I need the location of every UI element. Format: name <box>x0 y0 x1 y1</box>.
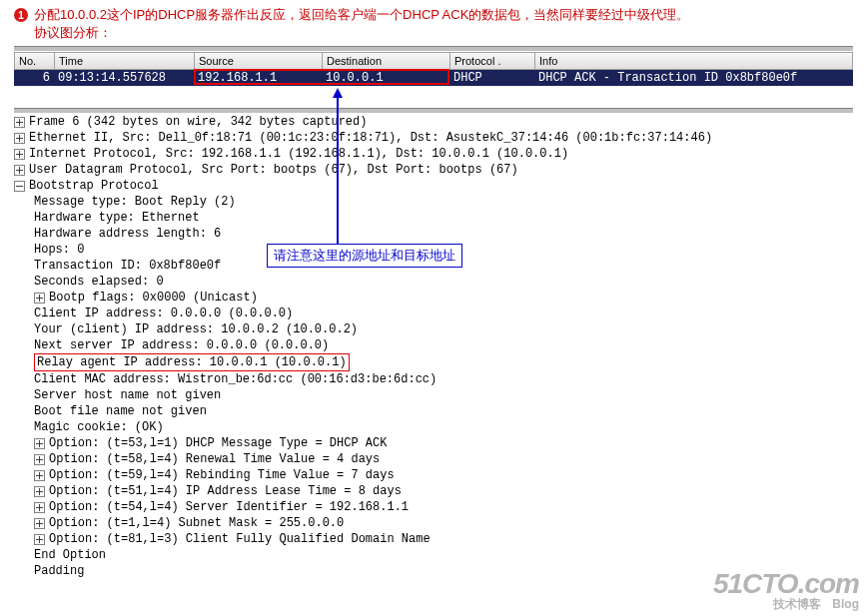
tree-yiaddr[interactable]: Your (client) IP address: 10.0.0.2 (10.0… <box>14 321 853 337</box>
expand-icon[interactable] <box>34 293 45 304</box>
tree-secs[interactable]: Seconds elapsed: 0 <box>14 274 853 290</box>
tree-hw-len[interactable]: Hardware address length: 6 <box>14 226 853 242</box>
expand-icon[interactable] <box>34 486 45 497</box>
tree-siaddr[interactable]: Next server IP address: 0.0.0.0 (0.0.0.0… <box>14 337 853 353</box>
tree-ethernet[interactable]: Ethernet II, Src: Dell_0f:18:71 (00:1c:2… <box>14 130 853 146</box>
expand-icon[interactable] <box>34 470 45 481</box>
tree-opt51[interactable]: Option: (t=51,l=4) IP Address Lease Time… <box>14 483 853 499</box>
packet-list-header[interactable]: No. Time Source Destination Protocol . I… <box>14 52 853 70</box>
tree-ip[interactable]: Internet Protocol, Src: 192.168.1.1 (192… <box>14 146 853 162</box>
watermark-domain: 51CTO.com <box>713 570 859 598</box>
watermark: 51CTO.com 技术博客 Blog <box>713 570 859 610</box>
watermark-sub: 技术博客 Blog <box>713 598 859 610</box>
header-destination[interactable]: Destination <box>323 53 450 69</box>
expand-icon[interactable] <box>34 454 45 465</box>
header-source[interactable]: Source <box>195 53 323 69</box>
packet-info: DHCP ACK - Transaction ID 0x8bf80e0f <box>534 70 853 86</box>
note-bullet-icon: 1 <box>14 8 28 22</box>
packet-destination: 10.0.0.1 <box>322 70 449 86</box>
note-line1: 分配10.0.0.2这个IP的DHCP服务器作出反应，返回给客户端一个DHCP … <box>34 7 689 22</box>
packet-row[interactable]: 6 09:13:14.557628 192.168.1.1 10.0.0.1 D… <box>14 70 853 86</box>
expand-icon[interactable] <box>14 117 25 128</box>
tree-hw-type[interactable]: Hardware type: Ethernet <box>14 210 853 226</box>
tree-opt53[interactable]: Option: (t=53,l=1) DHCP Message Type = D… <box>14 435 853 451</box>
tree-bootp[interactable]: Bootstrap Protocol <box>14 178 853 194</box>
tree-opt1[interactable]: Option: (t=1,l=4) Subnet Mask = 255.0.0.… <box>14 515 853 531</box>
packet-source: 192.168.1.1 <box>194 70 322 86</box>
tree-flags[interactable]: Bootp flags: 0x0000 (Unicast) <box>14 290 853 306</box>
expand-icon[interactable] <box>14 165 25 176</box>
tree-msg-type[interactable]: Message type: Boot Reply (2) <box>14 194 853 210</box>
tree-opt59[interactable]: Option: (t=59,l=4) Rebinding Time Value … <box>14 467 853 483</box>
tree-cookie[interactable]: Magic cookie: (OK) <box>14 419 853 435</box>
callout-note: 请注意这里的源地址和目标地址 <box>267 244 462 268</box>
tree-file[interactable]: Boot file name not given <box>14 403 853 419</box>
header-info[interactable]: Info <box>535 53 852 69</box>
packet-no: 6 <box>14 70 54 86</box>
tree-opt54[interactable]: Option: (t=54,l=4) Server Identifier = 1… <box>14 499 853 515</box>
tree-opt58[interactable]: Option: (t=58,l=4) Renewal Time Value = … <box>14 451 853 467</box>
collapse-icon[interactable] <box>14 181 25 192</box>
packet-protocol: DHCP <box>449 70 534 86</box>
tree-frame[interactable]: Frame 6 (342 bytes on wire, 342 bytes ca… <box>14 114 853 130</box>
expand-icon[interactable] <box>34 518 45 529</box>
tree-giaddr[interactable]: Relay agent IP address: 10.0.0.1 (10.0.0… <box>14 353 853 371</box>
packet-time: 09:13:14.557628 <box>54 70 194 86</box>
note-line2: 协议图分析： <box>34 25 112 40</box>
tree-sname[interactable]: Server host name not given <box>14 387 853 403</box>
tree-ciaddr[interactable]: Client IP address: 0.0.0.0 (0.0.0.0) <box>14 306 853 321</box>
arrow-line <box>337 96 339 244</box>
expand-icon[interactable] <box>14 133 25 144</box>
header-no[interactable]: No. <box>15 53 55 69</box>
tree-opt81[interactable]: Option: (t=81,l=3) Client Fully Qualifie… <box>14 531 853 547</box>
note-text: 分配10.0.0.2这个IP的DHCP服务器作出反应，返回给客户端一个DHCP … <box>34 6 689 42</box>
packet-details-tree[interactable]: Frame 6 (342 bytes on wire, 342 bytes ca… <box>14 114 853 579</box>
highlight-relay-agent: Relay agent IP address: 10.0.0.1 (10.0.0… <box>34 353 350 371</box>
tree-endopt[interactable]: End Option <box>14 547 853 563</box>
header-time[interactable]: Time <box>55 53 195 69</box>
expand-icon[interactable] <box>34 534 45 545</box>
tree-udp[interactable]: User Datagram Protocol, Src Port: bootps… <box>14 162 853 178</box>
expand-icon[interactable] <box>34 438 45 449</box>
tree-chaddr[interactable]: Client MAC address: Wistron_be:6d:cc (00… <box>14 371 853 387</box>
header-protocol[interactable]: Protocol . <box>450 53 535 69</box>
annotation-note: 1 分配10.0.0.2这个IP的DHCP服务器作出反应，返回给客户端一个DHC… <box>0 0 867 44</box>
packet-list-blank <box>14 86 853 108</box>
expand-icon[interactable] <box>34 502 45 513</box>
expand-icon[interactable] <box>14 149 25 160</box>
